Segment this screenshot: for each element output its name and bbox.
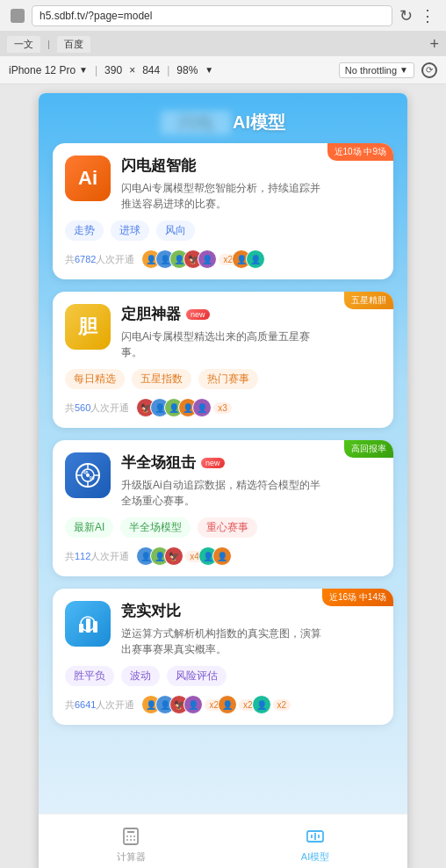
card-title-area-1: 闪电超智能 闪电Ai专属模型帮您智能分析，持续追踪并推送容易进球的比赛。 <box>121 156 328 212</box>
svg-point-18 <box>126 839 128 841</box>
card-title-area-3: 半全场狙击 new 升级版Ai自动追踪数据，精选符合模型的半全场重心赛事。 <box>121 452 328 509</box>
tag-4-2: 波动 <box>121 666 160 686</box>
card-badge-3: 高回报率 <box>344 440 393 458</box>
model-card-4[interactable]: 近16场 中14场 竞实对比 逆运算方式 <box>53 589 393 725</box>
svg-text:45: 45 <box>83 470 89 475</box>
card-badge-1: 近10场 中9场 <box>327 143 393 161</box>
sep2: | <box>167 64 169 76</box>
footer-count-1: 共6782人次开通 <box>65 253 134 266</box>
device-name: iPhone 12 Pro <box>9 64 76 76</box>
avatar-5: 👤 <box>198 250 217 269</box>
card-icon-4 <box>65 601 111 647</box>
card-tags-2: 每日精选 五星指数 热门赛事 <box>65 369 381 389</box>
tag-3-3: 重心赛事 <box>198 517 257 538</box>
card-icon-1: Ai <box>65 156 111 201</box>
nav-item-calculator[interactable]: 计算器 <box>39 825 223 864</box>
card-top-4: 竞实对比 逆运算方式解析机构指数的真实意图，演算出赛事赛果真实概率。 <box>65 601 328 657</box>
browser-tab-2[interactable]: 百度 <box>57 36 90 53</box>
avatar-3-5: 👤 <box>212 546 232 566</box>
footer-count-2: 共560人次开通 <box>65 401 129 415</box>
avatar-extra-2: x3 <box>213 402 232 414</box>
cards-container: 近10场 中9场 Ai 闪电超智能 闪电Ai专属模型帮您智能分析，持续追踪并推送… <box>39 143 407 725</box>
tag-3-1: 最新AI <box>65 517 113 538</box>
card-title-4: 竞实对比 <box>121 601 328 621</box>
devtools-toolbar: iPhone 12 Pro ▼ | 390 × 844 | 98% ▼ No t… <box>0 56 446 84</box>
zoom-level: 98% <box>176 64 198 76</box>
rotate-device-icon[interactable]: ⟳ <box>421 62 437 78</box>
url-text: h5.sdbf.tv/?page=model <box>40 10 152 22</box>
menu-icon[interactable]: ⋮ <box>420 6 435 25</box>
calculator-icon <box>119 825 142 848</box>
tag-2-3: 热门赛事 <box>198 369 258 389</box>
header-blur-text: 闪电 <box>161 111 231 134</box>
new-badge-3: new <box>201 458 225 468</box>
model-card-3[interactable]: 高回报率 45 90 <box>53 440 393 576</box>
viewport-x: × <box>129 64 135 76</box>
card-title-area-4: 竞实对比 逆运算方式解析机构指数的真实意图，演算出赛事赛果真实概率。 <box>121 601 328 657</box>
refresh-icon[interactable]: ↻ <box>399 6 413 25</box>
new-tab-icon[interactable]: + <box>429 35 439 54</box>
tag-1-3: 风向 <box>156 221 195 241</box>
throttle-selector[interactable]: No throttling ▼ <box>339 62 414 78</box>
card-desc-2: 闪电Ai专属模型精选出来的高质量五星赛事。 <box>121 329 328 360</box>
nav-item-ai-model[interactable]: AI模型 <box>223 825 407 864</box>
svg-point-15 <box>126 835 128 837</box>
card-footer-4: 共6641人次开通 👤 👤 🦅 👤 x2 👤 x2 👤 x2 <box>65 695 381 714</box>
avatars-1: 👤 👤 👤 🦅 👤 x2 👤 👤 <box>141 250 265 269</box>
tab-separator: | <box>47 39 50 49</box>
zoom-dropdown-icon: ▼ <box>205 65 213 75</box>
avatars-2: 🦅 👤 👤 👤 👤 x3 <box>136 398 232 417</box>
device-selector[interactable]: iPhone 12 Pro ▼ <box>9 64 88 76</box>
tag-3-2: 半全场模型 <box>120 517 191 538</box>
tag-1-2: 进球 <box>111 221 149 241</box>
avatar-2-5: 👤 <box>192 398 212 417</box>
card-title-1: 闪电超智能 <box>121 156 328 176</box>
card-badge-2: 五星精胆 <box>344 292 393 309</box>
avatar-3-3: 🦅 <box>164 546 183 566</box>
avatar-4-6: 👤 <box>252 695 271 714</box>
svg-point-17 <box>133 835 135 837</box>
card-tags-3: 最新AI 半全场模型 重心赛事 <box>65 517 381 538</box>
url-input[interactable]: h5.sdbf.tv/?page=model <box>32 5 392 26</box>
avatar-4-4: 👤 <box>183 695 203 714</box>
target-svg-icon: 45 90 <box>75 462 101 488</box>
card-tags-1: 走势 进球 风向 <box>65 221 381 241</box>
viewport-width: 390 <box>104 64 122 76</box>
tag-4-1: 胜平负 <box>65 666 114 686</box>
browser-logo-icon <box>11 9 25 23</box>
card-top-2: 胆 定胆神器 new 闪电Ai专属模型精选出来的高质量五星赛事。 <box>65 304 328 360</box>
model-card-2[interactable]: 五星精胆 胆 定胆神器 new 闪电Ai专属模型精选出来的高质量五星赛事。 每日… <box>53 292 393 428</box>
svg-point-19 <box>130 839 132 841</box>
model-card-1[interactable]: 近10场 中9场 Ai 闪电超智能 闪电Ai专属模型帮您智能分析，持续追踪并推送… <box>53 143 393 279</box>
chart-svg-icon <box>76 611 100 636</box>
browser-address-bar: h5.sdbf.tv/?page=model ↻ ⋮ <box>0 0 446 32</box>
card-desc-4: 逆运算方式解析机构指数的真实意图，演算出赛事赛果真实概率。 <box>121 626 328 657</box>
browser-tab[interactable]: 一文 <box>7 36 40 53</box>
nav-label-calculator: 计算器 <box>117 850 146 864</box>
phone-frame: 闪电AI模型 近10场 中9场 Ai 闪电超智能 闪电Ai专属模型帮您智能分析，… <box>39 93 407 868</box>
card-top-1: Ai 闪电超智能 闪电Ai专属模型帮您智能分析，持续追踪并推送容易进球的比赛。 <box>65 156 328 212</box>
card-tags-4: 胜平负 波动 风险评估 <box>65 666 381 686</box>
card-desc-1: 闪电Ai专属模型帮您智能分析，持续追踪并推送容易进球的比赛。 <box>121 180 328 212</box>
avatar-4-5: 👤 <box>218 695 237 714</box>
app-title: AI模型 <box>233 112 285 132</box>
footer-count-4: 共6641人次开通 <box>65 698 134 712</box>
card-desc-3: 升级版Ai自动追踪数据，精选符合模型的半全场重心赛事。 <box>121 477 328 509</box>
sep1: | <box>95 64 97 76</box>
avatar-extra-4c: x2 <box>273 699 291 711</box>
tag-4-3: 风险评估 <box>167 666 227 686</box>
device-dropdown-icon: ▼ <box>79 65 88 75</box>
avatars-3: 👤 👤 🦅 x4 👤 👤 <box>136 546 232 566</box>
svg-point-20 <box>133 839 135 841</box>
svg-text:90: 90 <box>90 475 95 481</box>
card-title-area-2: 定胆神器 new 闪电Ai专属模型精选出来的高质量五星赛事。 <box>121 304 328 360</box>
avatar-7: 👤 <box>246 250 265 269</box>
card-footer-1: 共6782人次开通 👤 👤 👤 🦅 👤 x2 👤 👤 <box>65 250 381 269</box>
card-footer-3: 共112人次开通 👤 👤 🦅 x4 👤 👤 <box>65 546 381 566</box>
viewport-height: 844 <box>142 64 160 76</box>
card-icon-2: 胆 <box>65 304 111 350</box>
app-header: 闪电AI模型 <box>39 93 407 143</box>
card-footer-2: 共560人次开通 🦅 👤 👤 👤 👤 x3 <box>65 398 381 417</box>
card-title-3: 半全场狙击 new <box>121 452 328 473</box>
throttle-label: No throttling <box>345 65 397 76</box>
